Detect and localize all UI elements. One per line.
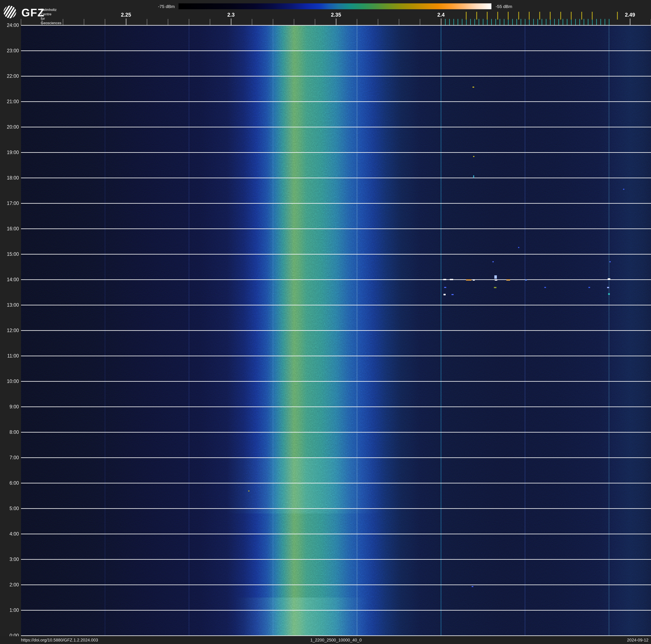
- time-tick-label: 17:00: [0, 201, 19, 206]
- ble-channel-tick: [579, 19, 580, 25]
- ble-channel-tick: [546, 19, 547, 25]
- rf-event: [472, 586, 473, 587]
- ble-channel-tick: [571, 19, 571, 25]
- ble-channel-tick: [558, 19, 559, 25]
- time-axis: 24:0023:0022:0021:0020:0019:0018:0017:00…: [0, 0, 21, 644]
- wifi-channel-tick: [571, 12, 571, 20]
- time-tick-label: 15:00: [0, 252, 19, 257]
- rf-event: [452, 294, 454, 295]
- rf-event: [443, 279, 446, 280]
- wifi-channel-tick: [560, 12, 561, 20]
- ble-channel-tick: [491, 19, 492, 25]
- time-tick-label: 5:00: [0, 506, 19, 511]
- freq-minor-tick: [273, 19, 273, 25]
- ble-channel-tick: [567, 19, 567, 25]
- rf-event: [443, 294, 445, 295]
- freq-minor-tick: [147, 19, 147, 25]
- rf-event: [492, 261, 494, 262]
- ble-channel-tick: [550, 19, 551, 25]
- rf-event: [623, 189, 624, 190]
- rf-event: [525, 280, 527, 281]
- ble-channel-tick: [487, 19, 488, 25]
- wifi-channel-tick: [518, 12, 519, 20]
- wifi-channel-tick: [508, 12, 508, 20]
- wifi-channel-tick: [617, 12, 618, 20]
- time-tick-label: 12:00: [0, 328, 19, 333]
- time-tick-label: 6:00: [0, 480, 19, 486]
- ble-channel-tick: [449, 19, 450, 25]
- rf-event: [473, 279, 475, 281]
- ble-channel-tick: [584, 19, 584, 25]
- footer-date: 2024-09-12: [627, 638, 649, 643]
- ble-channel-tick: [609, 19, 610, 25]
- freq-minor-tick: [189, 19, 189, 25]
- freq-tick-label: 2.49: [621, 12, 640, 18]
- doi-link[interactable]: https://doi.org/10.5880/GFZ.1.2.2024.003: [21, 638, 98, 643]
- time-tick-label: 18:00: [0, 175, 19, 181]
- time-tick-label: 23:00: [0, 48, 19, 54]
- freq-minor-tick: [357, 19, 357, 25]
- wifi-channel-tick: [539, 12, 540, 20]
- ble-channel-tick: [478, 19, 479, 25]
- time-tick-label: 1:00: [0, 608, 19, 613]
- rf-event: [607, 287, 609, 288]
- rf-event: [450, 279, 453, 280]
- ble-channel-tick: [512, 19, 513, 25]
- wifi-channel-tick: [476, 12, 477, 20]
- rf-event: [544, 287, 546, 288]
- freq-minor-tick: [252, 19, 252, 25]
- freq-tick-label: 2.4: [432, 12, 451, 18]
- ble-channel-tick: [596, 19, 597, 25]
- rf-event: [466, 279, 471, 281]
- wifi-channel-tick: [497, 12, 498, 20]
- ble-channel-tick: [466, 19, 467, 25]
- rf-event: [518, 247, 519, 248]
- ble-channel-tick: [563, 19, 563, 25]
- time-tick-label: 20:00: [0, 124, 19, 130]
- freq-major-tick: [336, 19, 336, 25]
- ble-channel-tick: [483, 19, 484, 25]
- rf-event: [588, 287, 590, 288]
- freq-minor-tick: [315, 19, 315, 25]
- ble-channel-tick: [508, 19, 508, 25]
- rf-event-markers: [21, 25, 651, 636]
- plot-area: [21, 25, 651, 636]
- ble-channel-tick: [600, 19, 601, 25]
- freq-minor-tick: [84, 19, 84, 25]
- ble-channel-tick: [537, 19, 538, 25]
- footer-bar: https://doi.org/10.5880/GFZ.1.2.2024.003…: [0, 636, 651, 644]
- ble-channel-tick: [458, 19, 458, 25]
- rf-event: [472, 87, 474, 88]
- rf-event: [608, 293, 610, 295]
- freq-tick-label: 2.3: [222, 12, 241, 18]
- freq-major-tick: [126, 19, 126, 25]
- time-tick-label: 2:00: [0, 582, 19, 588]
- ble-channel-tick: [529, 19, 530, 25]
- ble-channel-tick: [592, 19, 593, 25]
- ble-channel-tick: [445, 19, 445, 25]
- time-tick-label: 22:00: [0, 74, 19, 79]
- ble-channel-tick: [588, 19, 588, 25]
- rf-event: [473, 175, 474, 178]
- freq-minor-tick: [294, 19, 294, 25]
- time-tick-label: 4:00: [0, 531, 19, 537]
- freq-major-tick: [441, 19, 441, 25]
- freq-minor-tick: [420, 19, 420, 25]
- wifi-channel-tick: [592, 12, 593, 20]
- time-tick-label: 19:00: [0, 150, 19, 155]
- ble-channel-tick: [575, 19, 576, 25]
- wifi-channel-tick: [581, 12, 582, 20]
- rf-event: [248, 491, 249, 491]
- freq-minor-tick: [399, 19, 399, 25]
- freq-minor-tick: [42, 19, 42, 25]
- time-tick-label: 8:00: [0, 430, 19, 435]
- freq-minor-tick: [105, 19, 105, 25]
- rf-event: [495, 279, 497, 281]
- ble-channel-tick: [504, 19, 504, 25]
- ble-channel-tick: [521, 19, 521, 25]
- ble-channel-tick: [495, 19, 496, 25]
- wifi-channel-tick: [487, 12, 488, 20]
- wifi-channel-tick: [550, 12, 551, 20]
- ble-channel-tick: [470, 19, 471, 25]
- ble-channel-tick: [533, 19, 534, 25]
